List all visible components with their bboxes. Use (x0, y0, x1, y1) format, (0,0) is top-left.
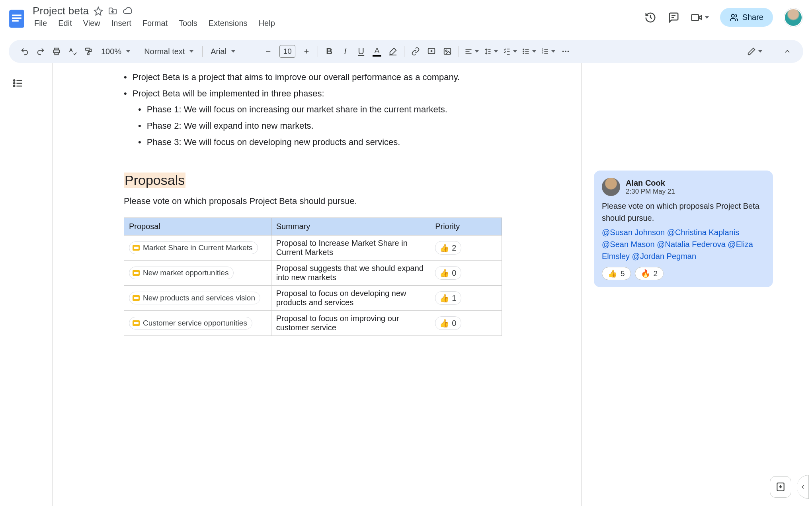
comment-card[interactable]: Alan Cook 2:30 PM May 21 Please vote on … (594, 171, 773, 287)
document-page[interactable]: Project Beta is a project that aims to i… (53, 63, 582, 506)
insert-image-button[interactable] (439, 43, 455, 60)
align-select[interactable] (462, 47, 481, 55)
move-icon[interactable] (108, 6, 117, 16)
menu-edit[interactable]: Edit (58, 19, 72, 28)
heading-proposals: Proposals (124, 173, 185, 188)
comments-icon[interactable] (668, 12, 679, 24)
svg-text:3: 3 (542, 52, 543, 55)
spellcheck-button[interactable] (64, 43, 80, 60)
summary-cell: Proposal suggests that we should expand … (271, 261, 430, 286)
share-button[interactable]: Share (720, 8, 773, 27)
svg-point-24 (14, 82, 15, 84)
paragraph-style-select[interactable]: Normal text (139, 47, 199, 56)
line-spacing-select[interactable] (481, 47, 500, 55)
proposal-chip[interactable]: New market opportunities (129, 267, 234, 279)
proposal-chip[interactable]: New products and services vision (129, 292, 260, 304)
account-avatar[interactable] (784, 8, 802, 27)
menu-bar: File Edit View Insert Format Tools Exten… (33, 19, 640, 28)
slides-icon (133, 320, 140, 326)
th-proposal: Proposal (124, 218, 271, 235)
side-panel-toggle[interactable] (797, 475, 809, 499)
table-row: New products and services visionProposal… (124, 286, 502, 311)
vote-chip[interactable]: 👍2 (435, 241, 461, 255)
svg-rect-1 (12, 15, 21, 16)
font-family-select[interactable]: Arial (206, 47, 254, 56)
insert-link-button[interactable] (408, 43, 424, 60)
comment-text: Please vote on which proposals Project B… (602, 200, 765, 224)
reaction-emoji: 👍 (608, 269, 617, 278)
redo-button[interactable] (33, 43, 49, 60)
svg-rect-9 (86, 48, 90, 51)
svg-point-23 (14, 80, 15, 81)
menu-view[interactable]: View (83, 19, 100, 28)
decrease-font-button[interactable] (260, 43, 276, 60)
more-tools-button[interactable] (558, 43, 574, 60)
svg-point-14 (523, 49, 524, 50)
italic-button[interactable]: I (337, 43, 353, 60)
vote-chip[interactable]: 👍1 (435, 291, 461, 305)
editing-mode-select[interactable] (745, 47, 765, 56)
menu-help[interactable]: Help (259, 19, 275, 28)
reaction-pill[interactable]: 👍5 (602, 267, 631, 280)
slides-icon (133, 270, 140, 276)
comment-mentions: @Susan Johnson @Christina Kaplanis @Sean… (602, 226, 765, 262)
docs-logo[interactable] (6, 4, 28, 33)
history-icon[interactable] (644, 12, 656, 24)
bulleted-list-select[interactable] (519, 47, 539, 55)
paint-format-button[interactable] (80, 43, 96, 60)
svg-point-22 (568, 51, 569, 52)
increase-font-button[interactable] (299, 43, 314, 60)
bullet-subitem: Phase 3: We will focus on developing new… (124, 134, 566, 151)
vote-chip[interactable]: 👍0 (435, 266, 461, 280)
add-comment-button[interactable] (424, 43, 439, 60)
proposal-chip[interactable]: Customer service opportunities (129, 317, 252, 329)
cloud-status-icon[interactable] (122, 6, 133, 16)
mention[interactable]: @Susan Johnson (602, 228, 665, 237)
reaction-emoji: 🔥 (641, 269, 650, 278)
reaction-count: 5 (621, 269, 625, 278)
print-button[interactable] (49, 43, 64, 60)
menu-format[interactable]: Format (142, 19, 168, 28)
reaction-pill[interactable]: 🔥2 (635, 267, 664, 280)
thumbs-up-icon: 👍 (439, 318, 449, 328)
underline-button[interactable]: U (353, 43, 369, 60)
svg-point-25 (14, 85, 15, 87)
meet-icon[interactable] (691, 12, 709, 24)
table-row: New market opportunitiesProposal suggest… (124, 261, 502, 286)
comment-avatar (602, 178, 620, 196)
subtext: Please vote on which proposals Project B… (124, 196, 566, 206)
explore-button[interactable] (770, 476, 791, 498)
bold-button[interactable]: B (321, 43, 337, 60)
table-row: Customer service opportunitiesProposal t… (124, 311, 502, 336)
toolbar: 100% Normal text Arial B I U A 123 (9, 40, 803, 63)
star-icon[interactable] (94, 6, 103, 16)
svg-point-16 (523, 53, 524, 54)
svg-point-13 (446, 50, 447, 51)
checklist-select[interactable] (500, 47, 519, 55)
menu-extensions[interactable]: Extensions (209, 19, 248, 28)
outline-toggle-button[interactable] (10, 75, 26, 92)
menu-tools[interactable]: Tools (179, 19, 197, 28)
mention[interactable]: @Jordan Pegman (632, 252, 697, 261)
undo-button[interactable] (17, 43, 33, 60)
collapse-toolbar-button[interactable] (779, 43, 795, 60)
font-size-input[interactable] (279, 45, 295, 58)
mention[interactable]: @Christina Kaplanis (667, 228, 740, 237)
svg-rect-12 (444, 49, 451, 55)
highlight-color-button[interactable] (385, 43, 401, 60)
mention[interactable]: @Natalia Federova (657, 240, 726, 249)
numbered-list-select[interactable]: 123 (539, 47, 558, 55)
proposal-chip[interactable]: Market Share in Current Markets (129, 241, 258, 254)
zoom-select[interactable]: 100% (96, 47, 133, 56)
comment-author: Alan Cook (626, 178, 675, 188)
menu-file[interactable]: File (34, 19, 47, 28)
mention[interactable]: @Sean Mason (602, 240, 655, 249)
vote-chip[interactable]: 👍0 (435, 316, 461, 330)
document-title[interactable]: Project beta (33, 5, 89, 17)
summary-cell: Proposal to focus on improving our custo… (271, 311, 430, 336)
menu-insert[interactable]: Insert (111, 19, 131, 28)
reaction-count: 2 (654, 269, 658, 278)
text-color-button[interactable]: A (369, 43, 385, 60)
slides-icon (133, 295, 140, 301)
svg-rect-2 (12, 18, 21, 19)
